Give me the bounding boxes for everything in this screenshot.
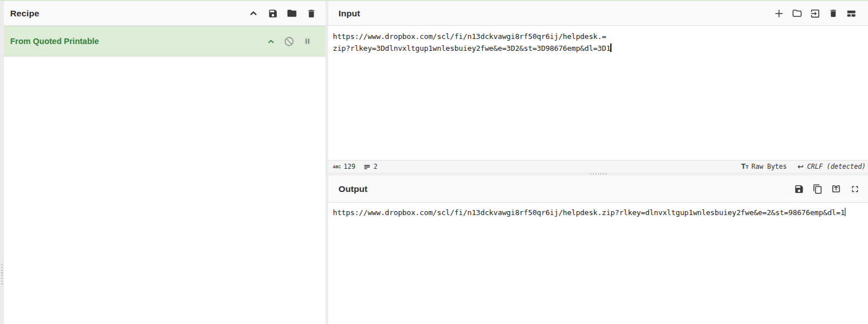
- tabs-layout-icon: [846, 8, 857, 19]
- operation-name: From Quoted Printable: [4, 37, 99, 46]
- operation-controls: [266, 36, 326, 47]
- collapse-operation-button[interactable]: [266, 36, 276, 47]
- input-tabs-layout-button[interactable]: [846, 8, 857, 19]
- char-count-icon: ABC: [333, 165, 341, 169]
- output-header: Output: [328, 176, 868, 203]
- text-cursor: [845, 208, 845, 216]
- eol-value: CRLF (detected): [807, 163, 866, 170]
- add-input-tab-button[interactable]: [774, 8, 784, 19]
- cyberchef-app: Recipe From Quoted Printable: [0, 0, 868, 324]
- save-output-button[interactable]: [793, 183, 804, 194]
- input-output-splitter[interactable]: [328, 172, 868, 176]
- chevron-up-icon: [249, 8, 258, 18]
- character-encoding-selector[interactable]: TT Raw Bytes: [741, 163, 787, 170]
- input-line: zip?rlkey=3Ddlnvxltgup1wnlesbuiey2fwe&e=…: [333, 42, 863, 54]
- ban-icon: [284, 36, 294, 47]
- disable-operation-button[interactable]: [284, 36, 294, 47]
- recipe-toolbar: [248, 8, 326, 19]
- fullscreen-icon: [850, 184, 860, 194]
- save-recipe-button[interactable]: [267, 8, 278, 19]
- text-encoding-icon: TT: [741, 163, 748, 170]
- text-cursor: [610, 43, 611, 52]
- copy-output-button[interactable]: [812, 183, 823, 194]
- output-textarea[interactable]: https://www.dropbox.com/scl/fi/n13dckvaw…: [328, 203, 868, 324]
- export-up-icon: [831, 183, 841, 194]
- splitter-grip-icon: [590, 173, 607, 174]
- recipe-panel: Recipe From Quoted Printable: [4, 1, 326, 324]
- output-line: https://www.dropbox.com/scl/fi/n13dckvaw…: [333, 207, 863, 218]
- plus-icon: [774, 8, 784, 19]
- operation-from-quoted-printable[interactable]: From Quoted Printable: [4, 26, 326, 56]
- input-textarea[interactable]: https://www.dropbox.com/scl/fi/n13dckvaw…: [328, 26, 868, 160]
- clear-recipe-button[interactable]: [306, 8, 316, 19]
- input-title: Input: [328, 8, 360, 19]
- operations-recipe-splitter[interactable]: [0, 1, 4, 324]
- trash-icon: [828, 8, 838, 18]
- input-line: https://www.dropbox.com/scl/fi/n13dckvaw…: [333, 30, 863, 42]
- input-status-bar: ABC 129 2 TT Raw Bytes CRLF (detected): [328, 160, 868, 172]
- replace-input-with-output-button[interactable]: [831, 183, 841, 194]
- recipe-header: Recipe: [4, 1, 326, 26]
- copy-icon: [813, 184, 823, 194]
- clear-input-button[interactable]: [828, 8, 839, 19]
- load-recipe-button[interactable]: [287, 8, 297, 19]
- open-file-as-input-button[interactable]: [792, 8, 802, 19]
- char-count-value: 129: [344, 163, 355, 170]
- open-folder-as-input-button[interactable]: [810, 8, 821, 19]
- input-arrow-icon: [810, 8, 821, 19]
- chevron-up-icon: [267, 37, 275, 46]
- char-count-stat: ABC 129: [333, 163, 355, 170]
- input-header: Input: [328, 1, 868, 26]
- line-count-value: 2: [374, 163, 377, 170]
- eol-selector[interactable]: CRLF (detected): [796, 163, 866, 171]
- output-title: Output: [328, 184, 367, 194]
- breakpoint-pause-button[interactable]: [302, 36, 313, 47]
- save-icon: [794, 184, 804, 194]
- folder-icon: [287, 8, 297, 19]
- lines-icon: [363, 163, 371, 170]
- save-icon: [268, 8, 278, 19]
- splitter-grip-icon: [1, 264, 3, 286]
- carriage-return-icon: [796, 163, 804, 171]
- input-encoding-controls: TT Raw Bytes CRLF (detected): [741, 163, 868, 171]
- input-stats: ABC 129 2: [328, 163, 377, 170]
- character-encoding-value: Raw Bytes: [752, 163, 787, 170]
- trash-icon: [306, 8, 316, 19]
- io-column: Input https://www.d: [328, 1, 868, 324]
- pause-icon: [303, 37, 311, 45]
- recipe-title: Recipe: [4, 8, 39, 19]
- line-count-stat: 2: [363, 163, 377, 170]
- maximize-output-button[interactable]: [849, 183, 860, 194]
- input-toolbar: [774, 8, 868, 19]
- collapse-all-operations-button[interactable]: [248, 8, 259, 19]
- output-toolbar: [793, 183, 868, 194]
- folder-outline-icon: [792, 8, 802, 19]
